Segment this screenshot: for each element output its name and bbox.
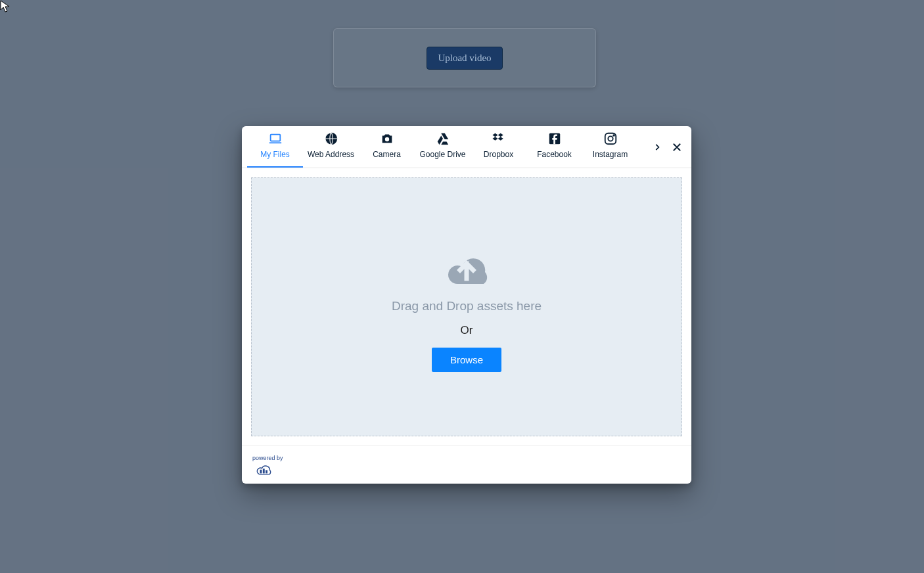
tab-camera[interactable]: Camera bbox=[359, 126, 415, 168]
tab-label: Camera bbox=[373, 150, 401, 159]
source-tabbar: My Files Web Address Camera bbox=[242, 126, 691, 168]
globe-icon bbox=[324, 131, 338, 146]
upload-video-button[interactable]: Upload video bbox=[427, 47, 502, 70]
tab-label: Instagram bbox=[593, 150, 628, 159]
tab-label: My Files bbox=[260, 150, 290, 159]
svg-rect-0 bbox=[270, 134, 280, 141]
google-drive-icon bbox=[436, 131, 450, 146]
dropzone[interactable]: Drag and Drop assets here Or Browse bbox=[251, 177, 682, 436]
dropzone-title: Drag and Drop assets here bbox=[392, 299, 542, 313]
tab-label: Google Drive bbox=[419, 150, 465, 159]
tab-label: Dropbox bbox=[484, 150, 513, 159]
svg-point-6 bbox=[613, 135, 614, 136]
camera-icon bbox=[380, 131, 394, 146]
svg-point-2 bbox=[384, 137, 388, 141]
tabs-scroll-right[interactable] bbox=[649, 126, 665, 168]
modal-content: Drag and Drop assets here Or Browse bbox=[242, 168, 691, 446]
tab-label: Facebook bbox=[537, 150, 572, 159]
cloudinary-logo-icon bbox=[252, 463, 276, 476]
close-icon bbox=[671, 141, 683, 153]
tab-label: Web Address bbox=[308, 150, 354, 159]
dropbox-icon bbox=[492, 131, 506, 146]
laptop-icon bbox=[268, 131, 283, 146]
tab-google-drive[interactable]: Google Drive bbox=[415, 126, 471, 168]
instagram-icon bbox=[603, 131, 618, 146]
close-button[interactable] bbox=[668, 126, 686, 168]
svg-rect-9 bbox=[266, 470, 267, 473]
tab-my-files[interactable]: My Files bbox=[247, 126, 303, 168]
svg-point-5 bbox=[608, 136, 612, 141]
mouse-cursor-icon bbox=[0, 0, 11, 13]
chevron-right-icon bbox=[653, 143, 662, 152]
tab-dropbox[interactable]: Dropbox bbox=[471, 126, 526, 168]
upload-card: Upload video bbox=[333, 28, 596, 87]
powered-by-label: powered by bbox=[252, 455, 283, 461]
tab-instagram[interactable]: Instagram bbox=[582, 126, 638, 168]
cloud-upload-icon bbox=[434, 242, 499, 288]
svg-rect-7 bbox=[260, 469, 262, 473]
browse-button[interactable]: Browse bbox=[432, 348, 501, 372]
upload-widget-modal: My Files Web Address Camera bbox=[242, 126, 691, 484]
tab-facebook[interactable]: Facebook bbox=[526, 126, 582, 168]
modal-footer: powered by bbox=[242, 446, 691, 484]
facebook-icon bbox=[547, 131, 562, 146]
powered-by-link[interactable]: powered by bbox=[252, 455, 283, 476]
dropzone-or-text: Or bbox=[461, 324, 473, 337]
svg-rect-8 bbox=[263, 469, 265, 473]
tab-web-address[interactable]: Web Address bbox=[303, 126, 359, 168]
